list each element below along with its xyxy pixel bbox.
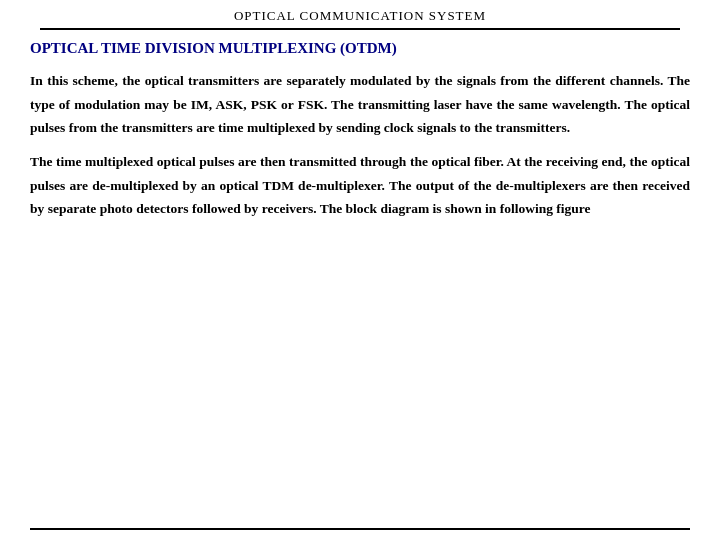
content-area: OPTICAL TIME DIVISION MULTIPLEXING (OTDM… (0, 30, 720, 540)
paragraph-second: The time multiplexed optical pulses are … (30, 150, 690, 221)
bottom-divider (30, 528, 690, 530)
paragraph-first: In this scheme, the optical transmitters… (30, 69, 690, 140)
section-title: OPTICAL TIME DIVISION MULTIPLEXING (OTDM… (30, 38, 690, 59)
top-header: OPTICAL COMMUNICATION SYSTEM (0, 0, 720, 30)
page-container: OPTICAL COMMUNICATION SYSTEM OPTICAL TIM… (0, 0, 720, 540)
header-title: OPTICAL COMMUNICATION SYSTEM (234, 8, 486, 28)
